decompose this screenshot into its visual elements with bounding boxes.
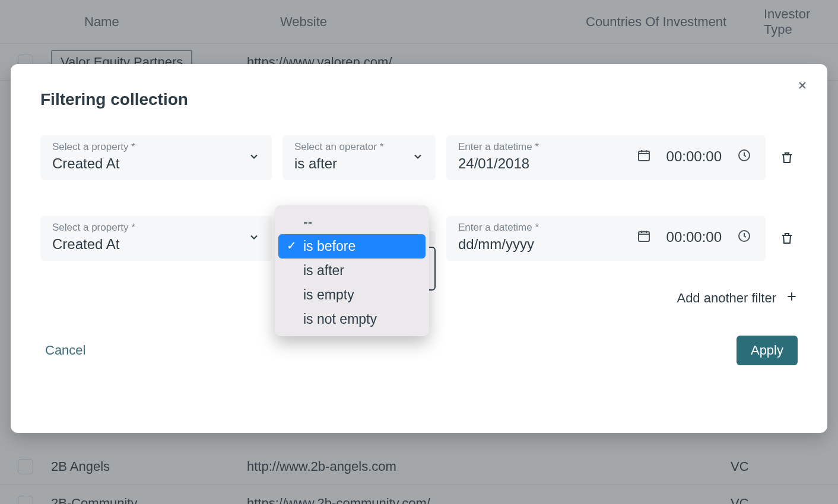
time-value: 00:00:00 — [666, 229, 722, 245]
svg-rect-0 — [639, 151, 649, 161]
operator-select[interactable]: -- is before is after is empty is not em… — [282, 231, 436, 245]
clock-icon[interactable] — [737, 229, 751, 245]
calendar-icon[interactable] — [637, 148, 651, 165]
field-label: Select a property * — [52, 141, 260, 153]
svg-rect-2 — [639, 232, 649, 241]
filter-dialog: Filtering collection Select a property *… — [11, 64, 827, 433]
operator-dropdown: -- is before is after is empty is not em… — [275, 205, 429, 336]
property-value: Created At — [52, 236, 119, 252]
dialog-title: Filtering collection — [40, 90, 798, 109]
delete-filter-button[interactable] — [776, 150, 798, 165]
datetime-field[interactable]: Enter a datetime * 24/01/2018 00:00:00 — [446, 135, 766, 180]
time-value: 00:00:00 — [666, 148, 722, 165]
chevron-down-icon — [248, 231, 260, 245]
close-icon[interactable] — [796, 79, 808, 94]
property-select[interactable]: Select a property * Created At — [40, 135, 272, 180]
filter-row: Select a property * Created At -- is bef… — [40, 216, 798, 261]
dropdown-option[interactable]: is empty — [278, 283, 426, 307]
property-value: Created At — [52, 155, 119, 171]
field-label: Enter a datetime * — [458, 222, 637, 234]
chevron-down-icon — [248, 151, 260, 165]
field-label: Select an operator * — [294, 141, 424, 153]
dropdown-option[interactable]: -- — [278, 210, 426, 234]
cancel-button[interactable]: Cancel — [40, 338, 90, 363]
calendar-icon[interactable] — [637, 229, 651, 245]
operator-value: is after — [294, 155, 337, 171]
chevron-down-icon — [412, 151, 424, 165]
operator-select[interactable]: Select an operator * is after — [282, 135, 436, 180]
delete-filter-button[interactable] — [776, 231, 798, 246]
add-filter-label: Add another filter — [677, 291, 776, 306]
plus-icon — [786, 291, 798, 306]
date-value: dd/mm/yyyy — [458, 236, 534, 252]
property-select[interactable]: Select a property * Created At — [40, 216, 272, 261]
filter-row: Select a property * Created At Select an… — [40, 135, 798, 180]
field-label: Select a property * — [52, 222, 260, 234]
field-label: Enter a datetime * — [458, 141, 637, 153]
datetime-field[interactable]: Enter a datetime * dd/mm/yyyy 00:00:00 — [446, 216, 766, 261]
date-value: 24/01/2018 — [458, 155, 529, 171]
dropdown-option[interactable]: is after — [278, 259, 426, 283]
dropdown-option[interactable]: is not empty — [278, 307, 426, 331]
clock-icon[interactable] — [737, 148, 751, 165]
dropdown-option[interactable]: is before — [278, 234, 426, 259]
apply-button[interactable]: Apply — [737, 336, 798, 365]
